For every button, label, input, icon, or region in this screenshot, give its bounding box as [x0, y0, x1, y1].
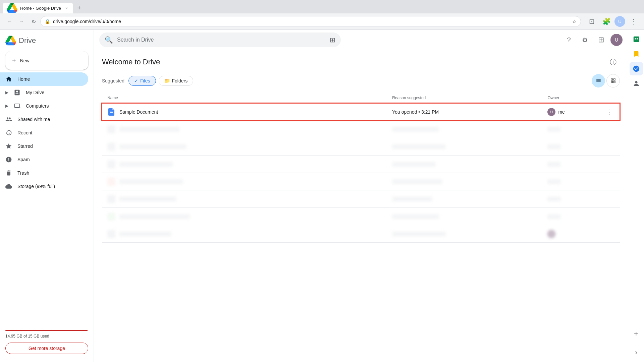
files-filter-chip[interactable]: ✓ Files	[128, 76, 156, 86]
search-filter-icon[interactable]: ⊞	[330, 36, 335, 44]
blurred-name-cell2	[102, 138, 387, 156]
address-text: drive.google.com/drive/u/0/home	[53, 19, 570, 24]
sidebar-item-shared-label: Shared with me	[17, 117, 50, 122]
tasks-panel-button[interactable]	[630, 62, 643, 75]
menu-button[interactable]: ⋮	[627, 15, 640, 28]
help-button[interactable]: ?	[562, 33, 576, 47]
sidebar-item-recent[interactable]: Recent	[0, 126, 88, 139]
files-filter-label: Files	[140, 78, 150, 83]
search-bar[interactable]: 🔍 Search in Drive ⊞	[99, 33, 341, 47]
grid-view-button[interactable]	[606, 74, 620, 87]
blurred-name-cell4	[102, 173, 387, 190]
navigation-bar: ← → ↻ 🔒 drive.google.com/drive/u/0/home …	[0, 13, 644, 29]
sidebar-item-trash-label: Trash	[17, 170, 29, 176]
main-content: 🔍 Search in Drive ⊞ ? ⚙ ⊞ U Welcome to D…	[94, 30, 628, 362]
owner-cell: U me ⋮	[542, 103, 620, 121]
search-placeholder: Search in Drive	[117, 37, 326, 43]
sidebar-nav: Home ▶ My Drive ▶ Computers Sha	[0, 72, 94, 193]
table-row	[102, 173, 620, 190]
right-panel: +	[628, 30, 644, 362]
starred-icon	[5, 143, 12, 149]
sidebar-item-computers-label: Computers	[26, 103, 49, 109]
blurred-name-cell	[102, 121, 387, 138]
col-reason-header: Reason suggested	[387, 93, 542, 103]
active-tab[interactable]: Home - Google Drive ×	[3, 3, 73, 13]
new-tab-button[interactable]: +	[74, 3, 84, 13]
shared-icon	[5, 116, 12, 123]
profile-avatar[interactable]: U	[614, 16, 625, 27]
table-row-highlighted[interactable]: Sample Document You opened • 3:21 PM U m…	[102, 103, 620, 121]
check-icon: ✓	[134, 78, 138, 83]
bookmark-icon: ☆	[572, 19, 577, 24]
sidebar-item-home[interactable]: Home	[0, 72, 88, 86]
blurred-name-cell3	[102, 156, 387, 173]
nav-right-controls: ⊡ 🧩 U ⋮	[585, 15, 640, 28]
settings-button[interactable]: ⚙	[578, 33, 592, 47]
row-more-button[interactable]: ⋮	[604, 107, 614, 117]
drive-logo-icon	[5, 35, 16, 46]
folders-filter-label: Folders	[172, 78, 188, 83]
contacts-panel-button[interactable]	[630, 77, 643, 90]
sidebar-item-starred-label: Starred	[17, 143, 33, 149]
sidebar-item-recent-label: Recent	[17, 130, 32, 135]
reason-cell: You opened • 3:21 PM	[387, 103, 542, 121]
table-row	[102, 156, 620, 173]
trash-icon	[5, 170, 12, 176]
sidebar-item-my-drive[interactable]: ▶ My Drive	[0, 86, 88, 99]
cast-button[interactable]: ⊡	[585, 15, 598, 28]
sidebar-item-home-label: Home	[17, 76, 30, 82]
sidebar-item-trash[interactable]: Trash	[0, 166, 88, 180]
computers-icon	[14, 103, 20, 109]
sidebar-item-my-drive-label: My Drive	[26, 90, 44, 95]
blurred-owner-avatar: U	[547, 230, 555, 238]
col-name-header: Name	[102, 93, 387, 103]
tab-bar: Home - Google Drive × +	[0, 0, 644, 13]
sheets-panel-button[interactable]	[630, 33, 643, 46]
address-bar[interactable]: 🔒 drive.google.com/drive/u/0/home ☆	[40, 16, 581, 27]
new-button[interactable]: + New	[5, 51, 88, 70]
content-area: Welcome to Drive ⓘ Suggested ✓ Files 📁 F…	[94, 50, 628, 362]
folder-filter-icon: 📁	[164, 78, 170, 83]
sidebar-item-computers[interactable]: ▶ Computers	[0, 99, 88, 113]
new-button-label: New	[20, 58, 30, 63]
lock-icon: 🔒	[45, 19, 50, 24]
table-row	[102, 190, 620, 208]
file-table: Name Reason suggested Owner	[102, 93, 620, 243]
sidebar-item-shared[interactable]: Shared with me	[0, 113, 88, 126]
folders-filter-chip[interactable]: 📁 Folders	[159, 76, 194, 86]
recent-icon	[5, 129, 12, 136]
keep-panel-button[interactable]	[630, 47, 643, 61]
list-view-button[interactable]	[592, 74, 605, 87]
new-plus-icon: +	[12, 57, 16, 64]
table-header: Name Reason suggested Owner	[102, 93, 620, 103]
sidebar-item-spam[interactable]: Spam	[0, 153, 88, 166]
back-button[interactable]: ←	[4, 16, 15, 27]
expand-panel-button[interactable]	[630, 346, 643, 359]
storage-bar	[5, 330, 88, 331]
storage-fill	[5, 330, 88, 331]
owner-name: me	[558, 109, 565, 115]
get-more-storage-button[interactable]: Get more storage	[5, 343, 88, 354]
refresh-button[interactable]: ↻	[28, 16, 39, 27]
sidebar-item-starred[interactable]: Starred	[0, 139, 88, 153]
top-bar-right: ? ⚙ ⊞ U	[562, 33, 623, 47]
sidebar-item-storage[interactable]: Storage (99% full)	[0, 180, 88, 193]
tab-title: Home - Google Drive	[20, 6, 61, 11]
search-icon: 🔍	[105, 36, 113, 44]
forward-button[interactable]: →	[16, 16, 27, 27]
blurred-name-cell5	[102, 190, 387, 208]
top-bar: 🔍 Search in Drive ⊞ ? ⚙ ⊞ U	[94, 30, 628, 50]
add-panel-button[interactable]: +	[630, 327, 643, 341]
my-drive-icon	[14, 89, 20, 96]
page-title: Welcome to Drive	[102, 58, 160, 66]
info-button[interactable]: ⓘ	[606, 55, 620, 69]
extensions-button[interactable]: 🧩	[600, 15, 613, 28]
suggested-label: Suggested	[102, 78, 124, 83]
tab-close-button[interactable]: ×	[64, 5, 69, 11]
user-avatar[interactable]: U	[610, 34, 623, 46]
view-controls	[592, 74, 620, 87]
app-layout: Drive + New Home ▶ My Drive ▶	[0, 30, 644, 362]
browser-chrome: Home - Google Drive × + ← → ↻ 🔒 drive.go…	[0, 0, 644, 30]
apps-button[interactable]: ⊞	[594, 33, 608, 47]
storage-section: 14.95 GB of 15 GB used Get more storage	[0, 324, 94, 359]
